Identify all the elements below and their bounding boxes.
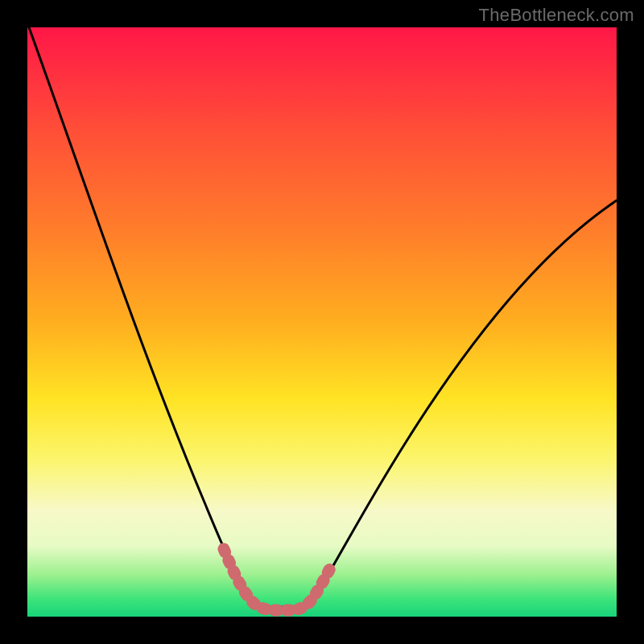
chart-plot-area <box>27 27 617 617</box>
chart-frame: TheBottleneck.com <box>0 0 644 644</box>
optimal-range-highlight <box>224 549 332 610</box>
watermark-text: TheBottleneck.com <box>479 5 634 26</box>
chart-svg <box>27 27 617 617</box>
bottleneck-curve <box>29 27 617 607</box>
